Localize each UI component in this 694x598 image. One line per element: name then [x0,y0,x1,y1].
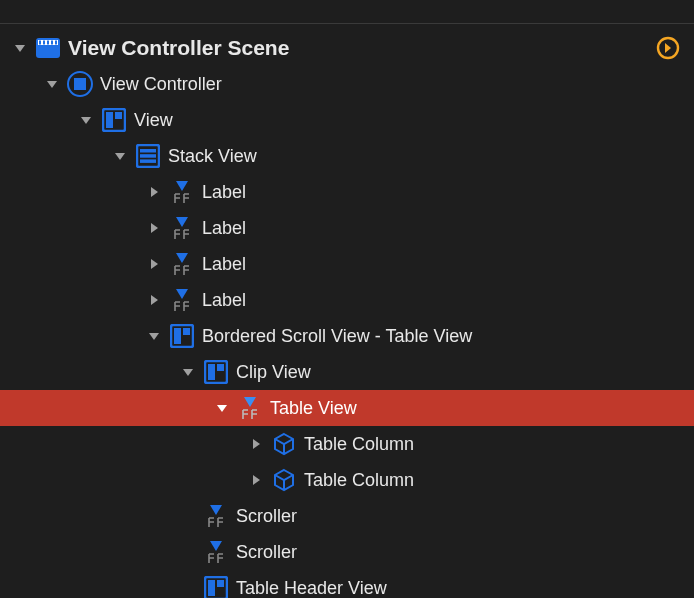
scroller-icon [202,538,230,566]
svg-rect-11 [106,112,113,128]
label-icon [168,214,196,242]
svg-rect-18 [174,328,181,344]
svg-rect-14 [140,149,156,153]
view-icon [168,322,196,350]
outline-row-table-view[interactable]: Table View [0,390,694,426]
outline-row-scroller[interactable]: Scroller [0,534,694,570]
outline-row-label[interactable]: Label [0,282,694,318]
row-label: Table Column [304,434,414,455]
row-label: Table View [270,398,357,419]
view-icon [202,358,230,386]
disclosure-triangle-icon[interactable] [146,293,162,307]
row-label: Label [202,254,246,275]
svg-rect-3 [43,41,45,45]
svg-rect-5 [51,41,53,45]
disclosure-triangle-icon[interactable] [248,473,264,487]
svg-rect-24 [208,580,215,596]
row-label: Label [202,218,246,239]
disclosure-triangle-icon[interactable] [44,77,60,91]
svg-rect-22 [217,364,224,371]
panel-toolbar [0,0,694,24]
view-icon [100,106,128,134]
svg-rect-15 [140,154,156,158]
label-icon [168,286,196,314]
label-icon [168,178,196,206]
svg-rect-4 [47,41,49,45]
svg-rect-6 [55,41,57,45]
disclosure-triangle-icon[interactable] [248,437,264,451]
outline-row-view[interactable]: View [0,102,694,138]
svg-rect-12 [115,112,122,119]
disclosure-triangle-icon[interactable] [146,329,162,343]
disclosure-triangle-icon[interactable] [180,365,196,379]
outline-row-table-header-view[interactable]: Table Header View [0,570,694,598]
outline-row-table-column[interactable]: Table Column [0,462,694,498]
row-label: Clip View [236,362,311,383]
outline-row-table-column[interactable]: Table Column [0,426,694,462]
svg-rect-2 [39,41,41,45]
svg-rect-25 [217,580,224,587]
disclosure-triangle-icon[interactable] [146,257,162,271]
label-icon [168,250,196,278]
outline-row-label[interactable]: Label [0,210,694,246]
row-label: Label [202,182,246,203]
svg-rect-9 [74,78,86,90]
disclosure-triangle-icon[interactable] [78,113,94,127]
row-label: Label [202,290,246,311]
disclosure-triangle-icon[interactable] [146,221,162,235]
row-label: Stack View [168,146,257,167]
row-label: View Controller [100,74,222,95]
disclosure-triangle-icon[interactable] [12,41,28,55]
row-label: Scroller [236,542,297,563]
outline-row-scroller[interactable]: Scroller [0,498,694,534]
cube-icon [270,430,298,458]
cube-icon [270,466,298,494]
next-arrow-icon[interactable] [656,36,680,65]
row-label: Bordered Scroll View - Table View [202,326,472,347]
outline-row-scroll-view[interactable]: Bordered Scroll View - Table View [0,318,694,354]
outline-row-view-controller[interactable]: View Controller [0,66,694,102]
outline-row-stack-view[interactable]: Stack View [0,138,694,174]
disclosure-triangle-icon[interactable] [112,149,128,163]
table-view-icon [236,394,264,422]
row-label: Scroller [236,506,297,527]
view-icon [202,574,230,598]
row-label: View [134,110,173,131]
svg-rect-16 [140,159,156,163]
scroller-icon [202,502,230,530]
stack-view-icon [134,142,162,170]
scene-title: View Controller Scene [68,36,289,60]
disclosure-triangle-icon[interactable] [146,185,162,199]
outline-row-label[interactable]: Label [0,246,694,282]
view-controller-icon [66,70,94,98]
svg-rect-21 [208,364,215,380]
scene-row[interactable]: View Controller Scene [0,30,694,66]
scene-icon [34,34,62,62]
outline-row-label[interactable]: Label [0,174,694,210]
row-label: Table Header View [236,578,387,599]
row-label: Table Column [304,470,414,491]
outline-row-clip-view[interactable]: Clip View [0,354,694,390]
document-outline[interactable]: View Controller Scene View Controller [0,24,694,598]
disclosure-triangle-icon[interactable] [214,401,230,415]
svg-rect-19 [183,328,190,335]
